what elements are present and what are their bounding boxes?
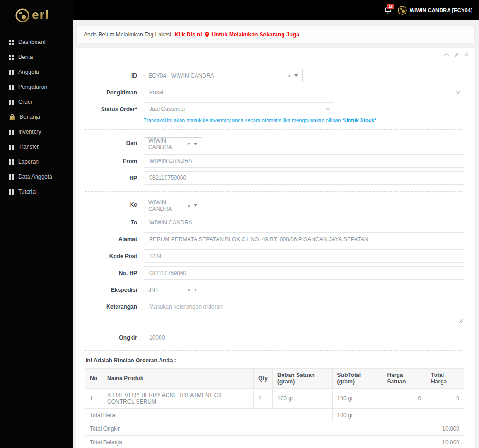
close-icon: [464, 52, 469, 57]
hp-input[interactable]: [144, 171, 464, 185]
cell-beban-satuan: 100 gr: [272, 389, 332, 409]
user-menu[interactable]: WIWIN CANDRA [ECY04]: [398, 6, 472, 15]
ke-select-value: WIWIN CANDRA: [148, 199, 188, 212]
berl-logo-icon: [14, 7, 31, 23]
notifications-button[interactable]: 16: [384, 6, 392, 14]
dari-label: Dari: [85, 136, 137, 146]
sidebar-item-label: Anggota: [18, 69, 39, 75]
sidebar-item-data-anggota[interactable]: Data Anggota: [0, 169, 73, 184]
chevron-up-icon: [444, 53, 449, 56]
app-root: erl Dashboard Berita Anggota Pengaturan …: [0, 0, 479, 448]
divider: [85, 129, 464, 130]
from-input[interactable]: [144, 154, 464, 168]
clear-selection-icon[interactable]: ×: [188, 287, 190, 293]
sidebar-item-label: Order: [18, 99, 33, 105]
total-berat-value: 100 gr: [332, 409, 382, 422]
clear-selection-icon[interactable]: ×: [188, 203, 190, 209]
grid-icon: [9, 100, 14, 105]
order-panel: ID ECY04 - WIWIN CANDRA × Pengiriman: [76, 48, 475, 448]
alert-link[interactable]: Klik Disini: [175, 31, 202, 38]
alert-link-2[interactable]: Untuk Melakukan Sekarang Juga: [212, 31, 299, 38]
no-hp-label: No. HP: [85, 266, 137, 276]
total-berat-label: Total Berat: [85, 409, 333, 422]
ekspedisi-select-value: JNT: [148, 287, 188, 293]
total-belanja-value: 10.000: [426, 436, 464, 448]
grid-icon: [9, 130, 14, 135]
no-hp-input[interactable]: [144, 266, 464, 280]
clear-selection-icon[interactable]: ×: [188, 141, 190, 147]
clear-selection-icon[interactable]: ×: [288, 73, 291, 79]
sidebar-item-pengaturan[interactable]: Pengaturan: [0, 79, 73, 94]
to-input[interactable]: [144, 216, 464, 229]
close-panel-button[interactable]: [464, 52, 469, 57]
col-header-beban-satuan: Beban Satuan (gram): [272, 369, 332, 389]
collapse-panel-button[interactable]: [444, 53, 449, 56]
grid-icon: [9, 174, 14, 180]
sidebar-item-label: Pengaturan: [18, 84, 47, 90]
berl-logo[interactable]: erl: [0, 0, 73, 31]
map-pin-icon: [205, 32, 209, 38]
sidebar-item-transfer[interactable]: Transfer: [0, 139, 73, 154]
sidebar-item-berita[interactable]: Berita: [0, 50, 73, 65]
grid-icon: [9, 70, 14, 75]
ekspedisi-label: Ekspedisi: [85, 283, 137, 293]
sidebar-item-order[interactable]: Order: [0, 94, 73, 109]
ongkir-input[interactable]: [144, 331, 464, 344]
total-belanja-label: Total Belanja: [85, 436, 426, 448]
divider: [85, 350, 464, 351]
sidebar-item-inventory[interactable]: Inventory: [0, 124, 73, 139]
avatar: [398, 6, 407, 15]
ke-select[interactable]: WIWIN CANDRA ×: [144, 199, 202, 212]
resize-handle[interactable]: [459, 319, 463, 323]
keterangan-textarea[interactable]: [144, 300, 464, 324]
pengiriman-label: Pengiriman: [85, 86, 137, 96]
wrench-icon: [454, 52, 459, 57]
location-alert: Anda Belum Melakukan Tag Lokasi. Klik Di…: [76, 26, 475, 43]
sidebar-item-label: Dashboard: [18, 39, 46, 45]
sidebar-item-dashboard[interactable]: Dashboard: [0, 35, 73, 50]
sidebar: erl Dashboard Berita Anggota Pengaturan …: [0, 0, 73, 448]
dari-select[interactable]: WIWIN CANDRA ×: [144, 137, 202, 151]
cell-subtotal: 100 gr: [332, 389, 382, 409]
status-order-select[interactable]: Jual Customer: [144, 102, 334, 116]
sidebar-item-label: Berlanja: [20, 114, 40, 120]
notification-badge: 16: [387, 4, 394, 9]
id-label: ID: [85, 69, 137, 79]
sidebar-item-label: Berita: [18, 54, 33, 60]
grid-icon: [9, 189, 14, 195]
id-select[interactable]: ECY04 - WIWIN CANDRA ×: [144, 69, 303, 82]
grid-icon: [9, 85, 14, 90]
ongkir-label: Ongkir: [85, 331, 137, 341]
pengiriman-select[interactable]: Pusat: [144, 86, 464, 99]
kode-post-input[interactable]: [144, 249, 464, 263]
sidebar-item-anggota[interactable]: Anggota: [0, 65, 73, 79]
sidebar-item-label: Data Anggota: [18, 173, 52, 180]
shopping-bag-icon: [9, 114, 15, 120]
hp-label: HP: [85, 171, 137, 181]
sidebar-item-berlanja[interactable]: Berlanja: [0, 109, 73, 124]
pengiriman-select-value: Pusat: [144, 86, 464, 99]
sidebar-item-label: Inventory: [18, 129, 41, 135]
alert-text: Anda Belum Melakukan Tag Lokasi.: [84, 31, 173, 38]
keterangan-label: Keterangan: [85, 300, 137, 310]
sidebar-item-laporan[interactable]: Laporan: [0, 154, 73, 169]
status-order-help: Transaksi ini akan masuk ke inventory an…: [144, 117, 464, 123]
col-header-no: No: [85, 369, 102, 389]
to-label: To: [85, 216, 137, 226]
grid-icon: [9, 55, 14, 60]
alamat-input[interactable]: [144, 232, 464, 246]
total-ongkir-row: Total Ongkir 10.000: [85, 422, 464, 436]
sidebar-nav: Dashboard Berita Anggota Pengaturan Orde…: [0, 31, 73, 199]
sidebar-item-label: Tutorial: [18, 188, 37, 195]
chevron-down-icon: [294, 74, 298, 77]
from-label: From: [85, 154, 137, 165]
topbar: 16 WIWIN CANDRA [ECY04]: [73, 0, 479, 20]
alamat-label: Alamat: [85, 232, 137, 243]
col-header-qty: Qty: [253, 369, 272, 389]
chevron-down-icon: [194, 143, 197, 145]
table-row: 1 B ERL VERY BERRY ACNE TREATMENT OIL CO…: [85, 389, 464, 409]
panel-settings-button[interactable]: [454, 52, 459, 57]
ekspedisi-select[interactable]: JNT ×: [144, 283, 202, 296]
logo-text: erl: [32, 7, 49, 22]
sidebar-item-tutorial[interactable]: Tutorial: [0, 184, 73, 199]
